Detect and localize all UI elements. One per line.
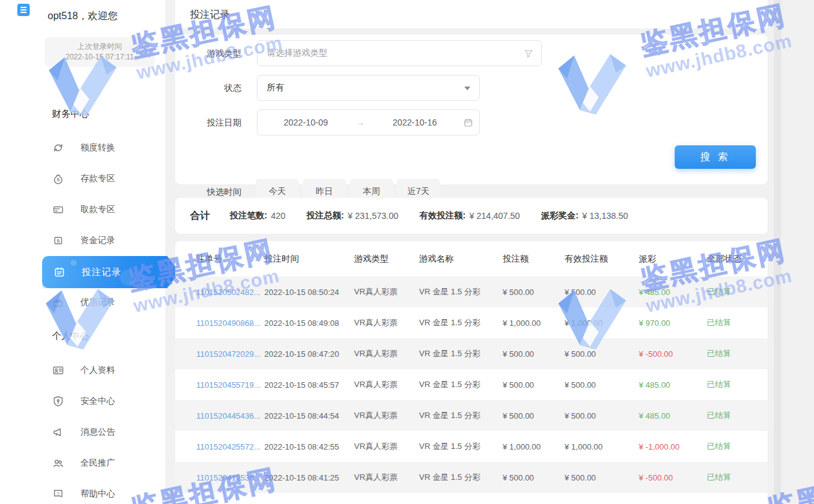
bet-amount: ¥ 500.00	[503, 288, 565, 297]
bet-time: 2022-10-15 08:44:54	[264, 411, 354, 421]
order-link[interactable]: 1101520455719...	[196, 380, 264, 390]
arrow-right-icon: →	[354, 117, 366, 127]
bet-time: 2022-10-15 08:42:55	[264, 442, 354, 451]
fund-record-icon: S	[52, 234, 64, 247]
game-type-select[interactable]: 请选择游戏类型	[257, 40, 542, 66]
payout-amount: ¥ 485.00	[639, 288, 707, 297]
order-link[interactable]: 1101520490868...	[196, 318, 264, 328]
payout-amount: ¥ 970.00	[639, 318, 707, 328]
watermark-brand: 鉴黑担保网	[764, 461, 814, 504]
sidebar-item-referral[interactable]: 全民推广	[52, 456, 163, 470]
sidebar-item-label: 帮助中心	[80, 489, 115, 500]
records-table: 注单号 投注时间 游戏类型 游戏名称 投注额 有效投注额 派彩 全部状态 110…	[175, 241, 768, 504]
date-label: 投注日期	[197, 117, 241, 129]
sidebar-item-label: 资金记录	[80, 235, 115, 246]
sidebar-item-label: 存款专区	[80, 173, 115, 184]
sidebar-item-profile[interactable]: 个人资料	[52, 364, 163, 377]
shield-icon	[52, 395, 64, 408]
game-type: VR真人彩票	[354, 472, 419, 483]
col-order: 注单号	[196, 254, 264, 265]
sidebar-item-quota-transfer[interactable]: 额度转换	[52, 141, 163, 155]
filter-funnel-icon	[524, 48, 534, 61]
valid-bet-amount: ¥ 1,000.00	[565, 318, 639, 328]
valid-bet-amount: ¥ 500.00	[565, 288, 639, 297]
game-name: VR 金星 1.5 分彩	[419, 317, 503, 328]
game-type: VR真人彩票	[354, 286, 419, 297]
payout-amount: ¥ -500.00	[639, 349, 707, 359]
content-header: 投注记录	[175, 0, 768, 28]
sidebar-item-help[interactable]: ? 帮助中心	[52, 487, 163, 501]
last-login-box: 上次登录时间 2022-10-15 07:17:11	[45, 37, 155, 67]
bet-amount: ¥ 1,000.00	[503, 442, 565, 451]
sidebar-item-label: 额度转换	[80, 142, 115, 153]
order-link[interactable]: 1101520445436...	[196, 411, 264, 421]
bet-time: 2022-10-15 08:47:20	[264, 349, 354, 359]
valid-bet-amount: ¥ 500.00	[565, 349, 639, 359]
status-label: 状态	[197, 83, 241, 94]
game-name: VR 金星 1.5 分彩	[419, 379, 503, 390]
sidebar-item-label: 全民推广	[80, 458, 115, 469]
moneybag-icon: S	[52, 173, 64, 185]
game-type-label: 游戏类型	[197, 48, 241, 59]
last-login-label: 上次登录时间	[77, 41, 122, 52]
summary-total-label: 合计	[190, 210, 210, 223]
status-badge: 已结算	[707, 348, 768, 359]
bet-count-value: 420	[271, 211, 285, 221]
sidebar-item-label: 安全中心	[80, 396, 115, 407]
bankcard-icon	[52, 203, 64, 216]
table-header-row: 注单号 投注时间 游戏类型 游戏名称 投注额 有效投注额 派彩 全部状态	[175, 241, 768, 276]
table-row: 1101520472029... 2022-10-15 08:47:20 VR真…	[175, 338, 768, 369]
chevron-down-icon	[464, 87, 470, 90]
payout-bonus-value: ¥ 13,138.50	[582, 211, 628, 221]
valid-bet-amount: ¥ 500.00	[565, 473, 639, 482]
bet-amount: ¥ 500.00	[503, 473, 565, 482]
game-name: VR 金星 1.5 分彩	[419, 286, 503, 297]
date-from-value[interactable]: 2022-10-09	[258, 117, 354, 127]
summary-bar: 合计 投注笔数:420 投注总额:¥ 231,573.00 有效投注额:¥ 21…	[175, 198, 768, 234]
sidebar-item-bet-records-active[interactable]: 投注记录	[42, 256, 180, 288]
table-row: 1101520490868... 2022-10-15 08:49:08 VR真…	[175, 307, 768, 338]
sidebar-item-deposit[interactable]: S 存款专区	[52, 172, 163, 186]
order-link[interactable]: 1101520425572...	[196, 442, 264, 451]
quick-time-label: 快选时间	[197, 187, 241, 198]
status-badge: 已结算	[707, 472, 768, 483]
status-badge: 已结算	[707, 317, 768, 328]
vertical-scrollbar[interactable]	[774, 0, 781, 504]
bet-amount: ¥ 1,000.00	[503, 318, 565, 328]
table-row: 1101520455719... 2022-10-15 08:45:57 VR真…	[175, 369, 768, 400]
sidebar-item-label: 个人资料	[80, 365, 115, 376]
status-select[interactable]: 所有	[257, 75, 480, 101]
section-title-finance: 财务中心	[52, 108, 89, 120]
sidebar-item-security[interactable]: 安全中心	[52, 395, 163, 408]
date-range-picker[interactable]: 2022-10-09 → 2022-10-16	[257, 109, 480, 135]
calendar-icon	[463, 117, 479, 128]
valid-bet-value: ¥ 214,407.50	[469, 211, 520, 221]
sidebar-item-withdraw[interactable]: 取款专区	[52, 203, 163, 216]
total-bet-label: 投注总额:	[306, 210, 344, 221]
search-button[interactable]: 搜 索	[675, 145, 756, 169]
status-badge: 已结算	[707, 379, 768, 390]
sidebar-item-messages[interactable]: 消息公告	[52, 425, 163, 439]
section-title-personal: 个人中心	[52, 330, 89, 342]
table-row: 1101520445436... 2022-10-15 08:44:54 VR真…	[175, 400, 768, 431]
bet-amount: ¥ 500.00	[503, 380, 565, 390]
valid-bet-amount: ¥ 500.00	[565, 380, 639, 390]
welcome-text: opt518，欢迎您	[0, 10, 165, 23]
game-name: VR 金星 1.5 分彩	[419, 441, 503, 452]
sidebar-item-fund-records[interactable]: S 资金记录	[52, 234, 163, 247]
col-game-name: 游戏名称	[419, 254, 503, 265]
game-type: VR真人彩票	[354, 317, 419, 328]
game-type: VR真人彩票	[354, 348, 419, 359]
sidebar-item-label: 消息公告	[80, 427, 115, 438]
sidebar-item-label: 投注记录	[82, 267, 121, 278]
svg-text:?: ?	[57, 491, 60, 497]
order-link[interactable]: 1101520472029...	[196, 349, 264, 359]
order-link[interactable]: 1101520502482...	[196, 288, 264, 297]
bet-time: 2022-10-15 08:45:57	[264, 380, 354, 390]
order-link[interactable]: 1101520412536...	[196, 473, 264, 482]
col-valid-bet: 有效投注额	[565, 254, 639, 265]
date-to-value[interactable]: 2022-10-16	[366, 117, 463, 127]
payout-amount: ¥ 485.00	[639, 380, 707, 390]
sidebar-item-promo-records[interactable]: 优惠记录	[52, 296, 163, 309]
megaphone-icon	[52, 426, 64, 438]
